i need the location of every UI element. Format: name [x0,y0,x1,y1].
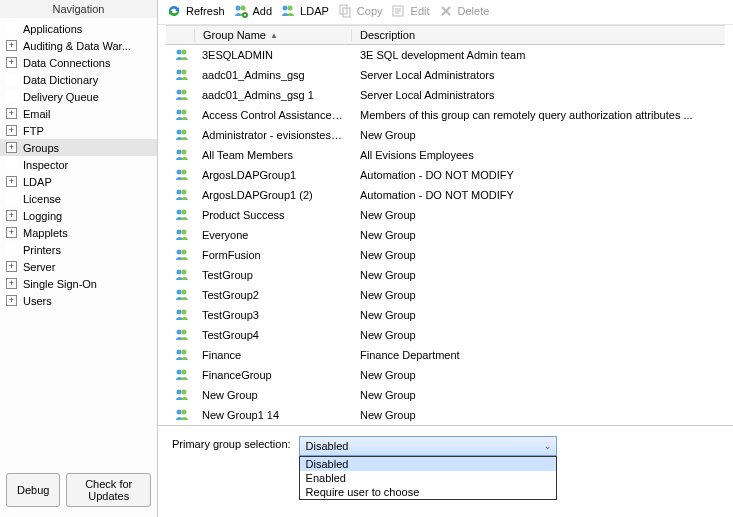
primary-group-dropdown: DisabledEnabledRequire user to choose [299,456,557,500]
group-icon [166,167,194,183]
group-icon [166,327,194,343]
svg-point-44 [177,410,182,415]
table-row[interactable]: 3ESQLADMIN3E SQL development Admin team [166,45,725,65]
grid-body: 3ESQLADMIN3E SQL development Admin teama… [166,45,725,425]
nav-item[interactable]: Printers [0,241,157,258]
expand-icon[interactable]: + [6,227,17,238]
primary-group-panel: Primary group selection: Disabled ⌄ Disa… [158,425,733,503]
nav-item[interactable]: +Mapplets [0,224,157,241]
refresh-button[interactable]: Refresh [166,3,225,19]
group-name-cell: Access Control Assistance Ope... [194,109,352,121]
group-icon [166,307,194,323]
nav-item[interactable]: Inspector [0,156,157,173]
toolbar: Refresh Add LDAP Copy [158,0,733,25]
sidebar: Navigation Applications+Auditing & Data … [0,0,158,517]
table-row[interactable]: Administrator - evisionstest.comNew Grou… [166,125,725,145]
main-panel: Refresh Add LDAP Copy [158,0,733,517]
group-name-cell: ArgosLDAPGroup1 (2) [194,189,352,201]
description-cell: New Group [352,249,725,261]
svg-point-45 [182,410,187,415]
nav-item[interactable]: +Groups [0,139,157,156]
group-name-cell: FinanceGroup [194,369,352,381]
nav-item[interactable]: +Users [0,292,157,309]
nav-item-label: Server [21,261,55,273]
svg-point-37 [182,330,187,335]
table-row[interactable]: New Group1 14New Group [166,405,725,425]
expand-icon[interactable]: + [6,176,17,187]
table-row[interactable]: TestGroup4New Group [166,325,725,345]
table-row[interactable]: TestGroup2New Group [166,285,725,305]
primary-group-select[interactable]: Disabled ⌄ DisabledEnabledRequire user t… [299,436,557,456]
expand-placeholder [6,23,17,34]
expand-icon[interactable]: + [6,108,17,119]
copy-button[interactable]: Copy [337,3,383,19]
table-row[interactable]: TestGroupNew Group [166,265,725,285]
svg-point-36 [177,330,182,335]
table-row[interactable]: All Team MembersAll Evisions Employees [166,145,725,165]
dropdown-option[interactable]: Disabled [300,457,556,471]
expand-icon[interactable]: + [6,210,17,221]
nav-item[interactable]: +Logging [0,207,157,224]
nav-item-label: Auditing & Data War... [21,40,131,52]
refresh-icon [166,3,182,19]
group-name-cell: New Group [194,389,352,401]
expand-icon[interactable]: + [6,278,17,289]
description-cell: New Group [352,129,725,141]
edit-button[interactable]: Edit [391,3,430,19]
table-row[interactable]: FinanceGroupNew Group [166,365,725,385]
svg-point-1 [240,6,245,11]
nav-item[interactable]: +Server [0,258,157,275]
table-row[interactable]: FormFusionNew Group [166,245,725,265]
expand-icon[interactable]: + [6,40,17,51]
expand-icon[interactable]: + [6,57,17,68]
nav-item-label: Single Sign-On [21,278,97,290]
dropdown-option[interactable]: Require user to choose [300,485,556,499]
group-icon [166,407,194,423]
table-row[interactable]: Product SuccessNew Group [166,205,725,225]
nav-item[interactable]: +Data Connections [0,54,157,71]
svg-point-9 [182,50,187,55]
expand-icon[interactable]: + [6,261,17,272]
table-row[interactable]: FinanceFinance Department [166,345,725,365]
table-row[interactable]: aadc01_Admins_gsgServer Local Administra… [166,65,725,85]
table-row[interactable]: TestGroup3New Group [166,305,725,325]
col-group-name[interactable]: Group Name ▲ [194,29,352,41]
svg-point-26 [177,230,182,235]
expand-icon[interactable]: + [6,142,17,153]
table-row[interactable]: EveryoneNew Group [166,225,725,245]
table-row[interactable]: New GroupNew Group [166,385,725,405]
group-icon [166,267,194,283]
dropdown-option[interactable]: Enabled [300,471,556,485]
add-button[interactable]: Add [233,3,273,19]
debug-button[interactable]: Debug [6,473,60,507]
ldap-button[interactable]: LDAP [280,3,329,19]
expand-icon[interactable]: + [6,295,17,306]
nav-item[interactable]: Applications [0,20,157,37]
nav-tree: Applications+Auditing & Data War...+Data… [0,18,157,465]
expand-placeholder [6,244,17,255]
nav-item[interactable]: Data Dictionary [0,71,157,88]
nav-item[interactable]: +LDAP [0,173,157,190]
nav-item[interactable]: License [0,190,157,207]
group-name-cell: Administrator - evisionstest.com [194,129,352,141]
chevron-down-icon: ⌄ [544,441,552,451]
expand-icon[interactable]: + [6,125,17,136]
copy-icon [337,3,353,19]
edit-icon [391,3,407,19]
table-row[interactable]: aadc01_Admins_gsg 1Server Local Administ… [166,85,725,105]
group-name-cell: FormFusion [194,249,352,261]
table-row[interactable]: ArgosLDAPGroup1 (2)Automation - DO NOT M… [166,185,725,205]
check-updates-button[interactable]: Check for Updates [66,473,151,507]
nav-item-label: Logging [21,210,62,222]
nav-item[interactable]: +FTP [0,122,157,139]
table-row[interactable]: Access Control Assistance Ope...Members … [166,105,725,125]
table-row[interactable]: ArgosLDAPGroup1Automation - DO NOT MODIF… [166,165,725,185]
col-description[interactable]: Description [352,29,725,41]
svg-point-15 [182,110,187,115]
nav-item[interactable]: +Email [0,105,157,122]
nav-item[interactable]: +Auditing & Data War... [0,37,157,54]
delete-button[interactable]: Delete [438,3,490,19]
svg-point-33 [182,290,187,295]
nav-item[interactable]: Delivery Queue [0,88,157,105]
nav-item[interactable]: +Single Sign-On [0,275,157,292]
